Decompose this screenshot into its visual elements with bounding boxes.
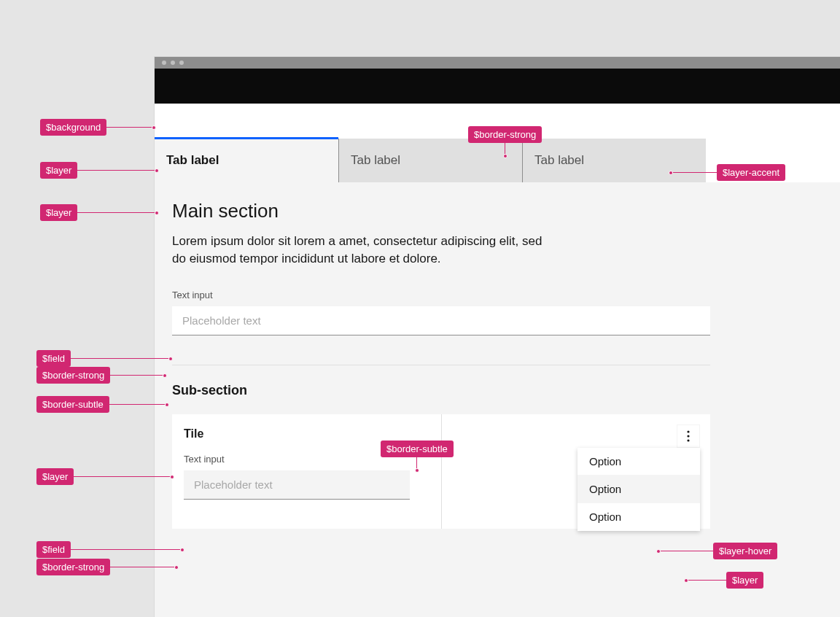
tiles-row: Tile Text input Option [172, 414, 710, 529]
tab-2[interactable]: Tab label [338, 139, 522, 182]
tile-right: Option Option Option [441, 414, 710, 529]
kebab-icon [687, 430, 690, 442]
input-label: Text input [172, 290, 837, 300]
window-chrome [155, 57, 840, 69]
traffic-light-icon [171, 61, 175, 65]
tab-label: Tab label [534, 153, 584, 168]
token-background: $background [40, 119, 106, 136]
tile-title: Tile [184, 427, 429, 441]
tab-3[interactable]: Tab label [522, 139, 706, 182]
section-heading: Main section [172, 200, 837, 222]
token-field-2: $field [36, 541, 71, 558]
tab-label: Tab label [351, 153, 400, 168]
menu-item[interactable]: Option [578, 503, 700, 531]
token-layer-tab: $layer [40, 162, 77, 179]
menu-item-label: Option [589, 483, 621, 495]
section-body: Lorem ipsum dolor sit lorem a amet, cons… [172, 233, 551, 268]
traffic-light-icon [179, 61, 184, 65]
text-input-main[interactable] [172, 306, 710, 335]
traffic-light-icon [162, 61, 166, 65]
tab-1[interactable]: Tab label [155, 139, 338, 182]
menu-item[interactable]: Option [578, 448, 700, 476]
tab-panel: Main section Lorem ipsum dolor sit lorem… [155, 182, 840, 617]
tile-left: Tile Text input [172, 414, 441, 529]
token-border-strong-1: $border-strong [36, 367, 110, 384]
tab-label: Tab label [166, 153, 219, 168]
menu-item[interactable]: Option [578, 476, 700, 503]
page-background: Tab label Tab label Tab label Main secti… [155, 104, 840, 617]
subsection-heading: Sub-section [172, 383, 837, 398]
tabs: Tab label Tab label Tab label [155, 139, 840, 182]
token-layer-panel: $layer [40, 204, 77, 221]
svg-point-1 [687, 435, 689, 437]
token-field-1: $field [36, 350, 71, 367]
token-border-subtle-1: $border-subtle [36, 396, 109, 413]
divider [172, 365, 710, 365]
svg-point-2 [687, 439, 689, 441]
app-header [155, 69, 840, 104]
menu-item-label: Option [589, 455, 621, 467]
overflow-menu: Option Option Option [578, 448, 700, 531]
mock-window: Tab label Tab label Tab label Main secti… [155, 57, 840, 617]
text-input-tile[interactable] [184, 470, 410, 500]
overflow-menu-button[interactable] [677, 424, 700, 448]
token-layer-tile: $layer [36, 468, 74, 485]
menu-item-label: Option [589, 511, 621, 523]
input-label: Text input [184, 454, 429, 465]
svg-point-0 [687, 430, 689, 432]
token-border-strong-2: $border-strong [36, 559, 110, 575]
